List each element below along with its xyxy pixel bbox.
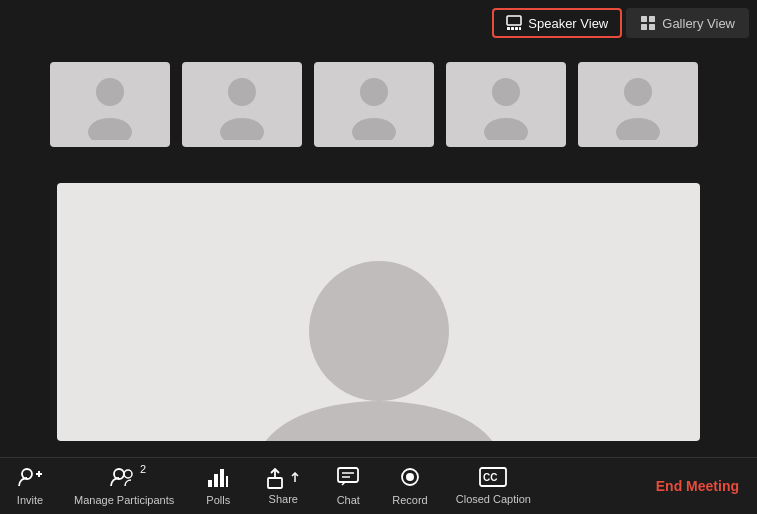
svg-point-25 bbox=[124, 470, 132, 478]
manage-participants-icon: 2 bbox=[110, 466, 138, 491]
svg-rect-0 bbox=[507, 16, 521, 25]
participants-count-badge: 2 bbox=[140, 464, 146, 475]
avatar-icon-2 bbox=[212, 70, 272, 140]
svg-rect-7 bbox=[641, 24, 647, 30]
view-switcher: Speaker View Gallery View bbox=[492, 8, 749, 38]
speaker-view-icon bbox=[506, 15, 522, 31]
toolbar: Invite 2 Manage Participants Polls bbox=[0, 457, 757, 514]
invite-label: Invite bbox=[17, 494, 43, 506]
polls-button[interactable]: Polls bbox=[188, 458, 248, 514]
thumbnail-row bbox=[50, 62, 698, 147]
share-button[interactable]: Share bbox=[248, 458, 318, 514]
svg-point-12 bbox=[220, 118, 264, 140]
svg-rect-33 bbox=[338, 468, 358, 482]
speaker-view-label: Speaker View bbox=[528, 16, 608, 31]
end-meeting-label: End Meeting bbox=[656, 478, 739, 494]
polls-icon bbox=[207, 466, 229, 491]
svg-rect-6 bbox=[649, 16, 655, 22]
svg-rect-1 bbox=[507, 27, 510, 30]
svg-point-9 bbox=[96, 78, 124, 106]
chat-icon bbox=[337, 466, 359, 491]
manage-participants-label: Manage Participants bbox=[74, 494, 174, 506]
avatar-icon-3 bbox=[344, 70, 404, 140]
svg-rect-5 bbox=[641, 16, 647, 22]
svg-point-17 bbox=[624, 78, 652, 106]
thumbnail-1[interactable] bbox=[50, 62, 170, 147]
svg-text:CC: CC bbox=[483, 472, 497, 483]
polls-label: Polls bbox=[206, 494, 230, 506]
svg-point-20 bbox=[309, 261, 449, 401]
avatar-icon-1 bbox=[80, 70, 140, 140]
main-speaker-avatar bbox=[189, 191, 569, 441]
manage-participants-button[interactable]: 2 Manage Participants bbox=[60, 458, 188, 514]
closed-caption-icon: CC bbox=[479, 467, 507, 490]
thumbnail-5[interactable] bbox=[578, 62, 698, 147]
svg-rect-30 bbox=[268, 478, 282, 488]
svg-rect-4 bbox=[519, 27, 521, 30]
avatar-icon-5 bbox=[608, 70, 668, 140]
share-icon bbox=[266, 468, 300, 490]
thumbnail-2[interactable] bbox=[182, 62, 302, 147]
svg-point-15 bbox=[492, 78, 520, 106]
svg-point-11 bbox=[228, 78, 256, 106]
thumbnail-3[interactable] bbox=[314, 62, 434, 147]
svg-point-18 bbox=[616, 118, 660, 140]
gallery-view-button[interactable]: Gallery View bbox=[626, 8, 749, 38]
chat-button[interactable]: Chat bbox=[318, 458, 378, 514]
svg-rect-27 bbox=[214, 474, 218, 487]
record-button[interactable]: Record bbox=[378, 458, 441, 514]
closed-caption-label: Closed Caption bbox=[456, 493, 531, 505]
record-icon bbox=[399, 466, 421, 491]
end-meeting-button[interactable]: End Meeting bbox=[638, 458, 757, 514]
closed-caption-button[interactable]: CC Closed Caption bbox=[442, 458, 545, 514]
avatar-icon-4 bbox=[476, 70, 536, 140]
svg-rect-28 bbox=[220, 469, 224, 487]
speaker-view-button[interactable]: Speaker View bbox=[492, 8, 622, 38]
svg-rect-3 bbox=[515, 27, 518, 30]
invite-button[interactable]: Invite bbox=[0, 458, 60, 514]
svg-point-13 bbox=[360, 78, 388, 106]
share-label: Share bbox=[269, 493, 298, 505]
svg-rect-8 bbox=[649, 24, 655, 30]
svg-point-10 bbox=[88, 118, 132, 140]
thumbnail-4[interactable] bbox=[446, 62, 566, 147]
svg-point-14 bbox=[352, 118, 396, 140]
share-arrow-icon bbox=[290, 472, 300, 486]
chat-label: Chat bbox=[337, 494, 360, 506]
record-label: Record bbox=[392, 494, 427, 506]
svg-point-19 bbox=[259, 401, 499, 441]
gallery-view-label: Gallery View bbox=[662, 16, 735, 31]
svg-point-16 bbox=[484, 118, 528, 140]
gallery-view-icon bbox=[640, 15, 656, 31]
svg-rect-29 bbox=[226, 476, 228, 487]
main-speaker-view bbox=[57, 183, 700, 441]
svg-rect-2 bbox=[511, 27, 514, 30]
svg-rect-26 bbox=[208, 480, 212, 487]
svg-point-37 bbox=[406, 473, 414, 481]
invite-icon bbox=[17, 466, 43, 491]
